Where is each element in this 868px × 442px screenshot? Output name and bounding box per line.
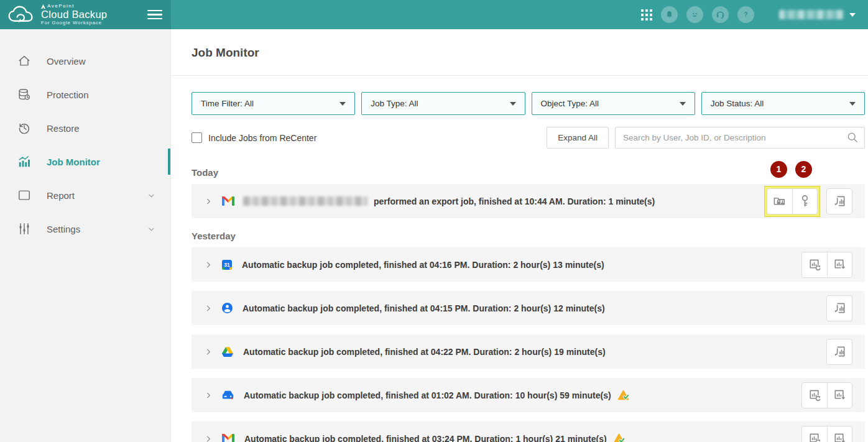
include-recenter-checkbox[interactable]: Include Jobs from ReCenter bbox=[192, 132, 316, 143]
expand-row-chevron-icon[interactable] bbox=[204, 197, 213, 206]
bar-chart-trend-icon bbox=[17, 155, 31, 168]
sidebar-nav: Overview Protection Restore bbox=[0, 29, 171, 442]
top-bar-actions: ? bbox=[641, 6, 868, 23]
search-input[interactable] bbox=[615, 127, 865, 149]
checkbox-box[interactable] bbox=[192, 132, 202, 143]
job-description: Automatic backup job completed, finished… bbox=[244, 434, 607, 442]
expand-row-chevron-icon[interactable] bbox=[204, 435, 213, 442]
top-bar: AvePoint Cloud Backup For Google Workspa… bbox=[0, 0, 868, 29]
toolbar: Include Jobs from ReCenter Expand All bbox=[192, 127, 865, 149]
job-description: Automatic backup job completed, finished… bbox=[244, 390, 611, 400]
row-actions: 1 2 bbox=[764, 186, 852, 217]
retry-report-button[interactable] bbox=[802, 383, 827, 408]
job-description: performed an export job, finished at 10:… bbox=[374, 196, 655, 206]
google-drive-icon bbox=[222, 347, 233, 357]
job-description: Automatic backup job completed, finished… bbox=[242, 260, 604, 270]
sidebar-item-restore[interactable]: Restore bbox=[0, 111, 170, 145]
sidebar-item-overview[interactable]: Overview bbox=[0, 44, 170, 78]
sidebar-item-job-monitor[interactable]: Job Monitor bbox=[0, 145, 170, 178]
dropdown-caret-icon bbox=[510, 102, 516, 106]
avepoint-a-icon bbox=[41, 4, 45, 9]
home-icon bbox=[17, 54, 31, 68]
row-actions bbox=[826, 295, 852, 321]
help-question-icon[interactable]: ? bbox=[737, 6, 754, 23]
google-contacts-icon bbox=[222, 303, 233, 313]
job-report-button[interactable] bbox=[827, 189, 852, 214]
job-row-contacts: Automatic backup job completed, finished… bbox=[192, 291, 865, 325]
object-type-dropdown[interactable]: Object Type: All bbox=[532, 92, 695, 115]
main-content: Job Monitor Time Filter: All Job Type: A… bbox=[171, 29, 868, 442]
annotation-highlight: 1 2 bbox=[764, 186, 820, 217]
user-name-blurred bbox=[779, 10, 844, 19]
user-menu[interactable] bbox=[779, 10, 856, 19]
brand-logo: AvePoint Cloud Backup For Google Workspa… bbox=[0, 0, 171, 29]
avepoint-mark: AvePoint bbox=[41, 4, 107, 9]
shared-drives-icon bbox=[222, 390, 234, 400]
job-type-dropdown[interactable]: Job Type: All bbox=[361, 92, 525, 115]
group-title-yesterday: Yesterday bbox=[192, 231, 865, 241]
app-root: AvePoint Cloud Backup For Google Workspa… bbox=[0, 0, 868, 442]
cloud-backup-logo-icon bbox=[7, 5, 36, 25]
sidebar-item-protection[interactable]: Protection bbox=[0, 78, 170, 111]
download-report-button[interactable] bbox=[827, 252, 852, 277]
row-actions bbox=[801, 252, 852, 278]
group-title-today: Today bbox=[192, 167, 865, 178]
brand-text: AvePoint Cloud Backup For Google Workspa… bbox=[41, 4, 107, 25]
job-description: Automatic backup job completed, finished… bbox=[243, 347, 606, 357]
job-description: Automatic backup job completed, finished… bbox=[242, 303, 605, 313]
row-actions bbox=[801, 426, 852, 442]
chevron-down-icon bbox=[147, 225, 155, 233]
row-actions bbox=[801, 382, 852, 408]
export-password-key-button[interactable] bbox=[792, 189, 817, 214]
job-report-button[interactable] bbox=[827, 296, 852, 321]
dropdown-caret-icon bbox=[680, 102, 686, 106]
job-row-drive: Automatic backup job completed, finished… bbox=[192, 334, 865, 369]
expand-row-chevron-icon[interactable] bbox=[204, 304, 213, 313]
notifications-bell-icon[interactable] bbox=[661, 6, 678, 23]
title-divider bbox=[171, 75, 868, 76]
download-report-button[interactable] bbox=[827, 383, 852, 408]
apps-grid-icon[interactable] bbox=[641, 9, 652, 21]
sidebar-item-report[interactable]: Report bbox=[0, 178, 170, 212]
dropdown-caret-icon bbox=[339, 102, 346, 106]
job-row-export: performed an export job, finished at 10:… bbox=[192, 184, 865, 218]
download-report-button[interactable] bbox=[827, 426, 852, 442]
report-board-icon bbox=[17, 188, 31, 202]
svg-text:?: ? bbox=[744, 11, 747, 18]
expand-row-chevron-icon[interactable] bbox=[204, 348, 213, 356]
job-row-calendar: 31 Automatic backup job completed, finis… bbox=[192, 247, 865, 282]
support-headset-icon[interactable] bbox=[712, 6, 729, 23]
sliders-icon bbox=[17, 222, 31, 236]
download-export-data-button[interactable] bbox=[767, 189, 792, 214]
warning-with-check-icon bbox=[613, 433, 625, 442]
job-row-shared-drives: Automatic backup job completed, finished… bbox=[192, 378, 865, 412]
filter-bar: Time Filter: All Job Type: All Object Ty… bbox=[192, 92, 865, 115]
gmail-icon bbox=[222, 196, 234, 206]
page-title: Job Monitor bbox=[171, 29, 868, 60]
search-box bbox=[615, 127, 865, 149]
row-actions bbox=[826, 339, 852, 365]
google-calendar-icon: 31 bbox=[222, 260, 232, 270]
annotation-badge-2: 2 bbox=[795, 161, 812, 178]
job-report-button[interactable] bbox=[827, 339, 852, 364]
annotation-badge-1: 1 bbox=[770, 161, 787, 178]
search-icon[interactable] bbox=[846, 131, 859, 144]
dropdown-caret-icon bbox=[849, 102, 856, 106]
gmail-icon bbox=[222, 434, 234, 442]
history-clock-icon bbox=[17, 121, 31, 135]
expand-row-chevron-icon[interactable] bbox=[204, 260, 213, 269]
warning-with-check-icon bbox=[617, 390, 629, 400]
product-tagline: For Google Workspace bbox=[41, 21, 107, 25]
retry-report-button[interactable] bbox=[802, 426, 827, 442]
menu-hamburger-icon[interactable] bbox=[147, 7, 162, 22]
user-email-blurred bbox=[243, 196, 367, 206]
expand-row-chevron-icon[interactable] bbox=[204, 391, 213, 400]
time-filter-dropdown[interactable]: Time Filter: All bbox=[192, 92, 355, 115]
sidebar-item-settings[interactable]: Settings bbox=[0, 212, 170, 246]
chevron-down-icon bbox=[147, 191, 155, 200]
expand-all-button[interactable]: Expand All bbox=[547, 127, 609, 149]
retry-report-button[interactable] bbox=[802, 252, 827, 277]
job-status-dropdown[interactable]: Job Status: All bbox=[701, 92, 865, 115]
product-name: Cloud Backup bbox=[41, 9, 107, 20]
feedback-smiley-icon[interactable] bbox=[686, 6, 703, 23]
